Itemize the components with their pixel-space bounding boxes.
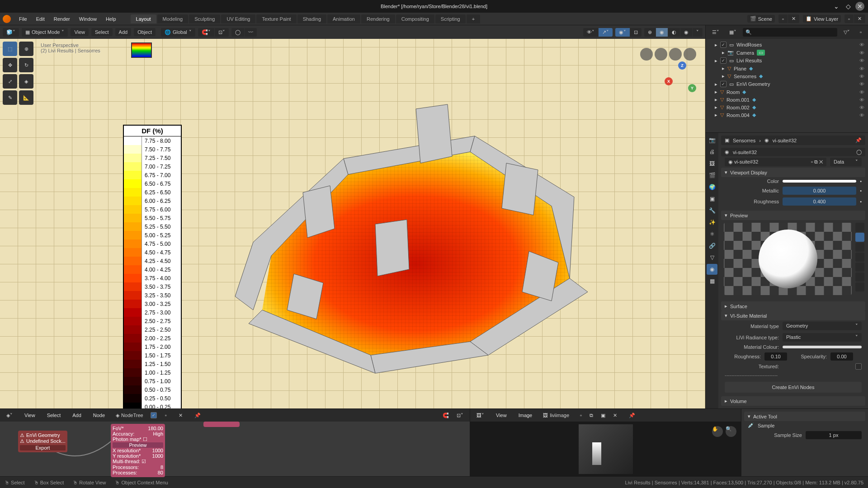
sample-size-field[interactable]: 1 px [806,431,862,439]
outliner-search-input[interactable]: 🔍 [743,28,837,37]
preview-sphere-btn-icon[interactable] [855,233,864,242]
node-editor-type-icon[interactable]: ◈˅ [3,411,16,420]
shading-matprev-icon[interactable]: ◐ [668,28,680,37]
preview-shader-icon[interactable] [855,263,864,272]
preview-flat-icon[interactable] [855,223,864,232]
menu-render[interactable]: Render [50,14,74,23]
tab-scripting[interactable]: Scripting [435,14,466,23]
collection-checkbox[interactable]: ✓ [720,57,726,64]
node-envi-geometry[interactable]: ⚠EnVi Geometry ⚠Undefined Sock... Export [18,431,67,452]
image-editor-type-icon[interactable]: 🖼˅ [473,411,488,420]
tab-rendering[interactable]: Rendering [361,14,395,23]
menu-help[interactable]: Help [102,14,120,23]
viewlayer-selector[interactable]: 📋 View Layer [803,15,841,23]
collection-checkbox[interactable]: ✓ [720,42,726,48]
outliner-item[interactable]: ▸ ✓ ▭ Livi Results👁 [708,56,866,65]
visibility-eye-icon[interactable]: 👁 [859,81,864,87]
ne-select[interactable]: Select [43,411,65,420]
outliner-item[interactable]: ▸ ▽ Room.001 ◆👁 [708,96,866,103]
section-surface[interactable]: ▸ Surface [721,301,865,311]
ne-add[interactable]: Add [69,411,85,420]
material-selector[interactable]: ◉ vi-suite#32▫ ⧉ ✕ [725,158,826,166]
nav-camera-icon[interactable] [669,48,682,61]
move-tool-icon[interactable]: ✥ [3,58,17,72]
tab-animation[interactable]: Animation [327,14,360,23]
visibility-eye-icon[interactable]: 👁 [859,42,864,47]
tab-texturepaint[interactable]: Texture Paint [256,14,296,23]
rotate-tool-icon[interactable]: ↻ [19,58,33,72]
outliner-item[interactable]: ▸ ▽ Room.002 ◆👁 [708,103,866,111]
nodetree-selector[interactable]: ◈NodeTree [113,412,146,419]
tab-layout[interactable]: Layout [131,14,156,23]
ie-del-icon[interactable]: ✕ [609,411,621,420]
new-collection-icon[interactable]: ▫ [856,28,865,36]
ie-copy-icon[interactable]: ⧉ [586,411,597,420]
menu-file[interactable]: File [15,14,31,23]
hdr-view[interactable]: View [71,28,89,36]
viewport-canvas[interactable]: ⬚⊕ ✥↻ ⤢◈ ✎📐 User Perspective (2) Livi Re… [0,39,705,408]
outliner-item[interactable]: ▸ ▽ Sensorres ◆👁 [708,72,866,80]
roughness2-field[interactable]: 0.10 [764,352,787,361]
material-type-dropdown[interactable]: Geometry˅ [783,322,862,330]
scene-new-icon[interactable]: ▫ [778,14,788,23]
outliner-type-icon[interactable]: ☰˅ [708,28,723,37]
tab-uvediting[interactable]: UV Editing [221,14,255,23]
hdr-add[interactable]: Add [115,28,132,36]
shading-dropdown-icon[interactable]: ˅ [693,28,703,37]
x-axis-icon[interactable]: X [665,77,673,85]
proptab-material-icon[interactable]: ◉ [707,264,717,275]
visibility-icon[interactable]: 👁˅ [583,28,598,37]
proptab-data-icon[interactable]: ▽ [707,252,717,263]
orientation-selector[interactable]: 🌐Global˅ [161,28,195,37]
section-preview[interactable]: ▾ Preview [721,211,865,220]
ie-fake-icon[interactable]: ▣ [597,411,609,420]
tab-shading[interactable]: Shading [297,14,326,23]
ne-node[interactable]: Node [90,411,108,420]
ne-del-icon[interactable]: ✕ [175,411,186,420]
proptab-viewlayer-icon[interactable]: 🖼 [707,158,717,169]
ne-snap2-icon[interactable]: ⊡˅ [453,411,467,420]
proptab-object-icon[interactable]: ▣ [707,193,717,204]
visibility-eye-icon[interactable]: 👁 [859,113,864,118]
y-axis-icon[interactable]: Y [688,84,696,92]
shading-solid-icon[interactable]: ◉ [656,28,668,37]
preview-fluid-icon[interactable] [855,282,864,291]
preview-hair-icon[interactable] [855,253,864,262]
ne-pin-icon[interactable]: 📌 [191,411,204,420]
image-canvas[interactable]: ✋ 🔍 [470,422,741,476]
proptab-constraints-icon[interactable]: 🔗 [707,240,717,251]
ie-new-icon[interactable]: ▫ [576,411,585,420]
z-axis-icon[interactable]: Z [678,61,686,70]
menu-window[interactable]: Window [75,14,100,23]
roughness-field[interactable]: 0.400 [783,197,856,206]
select-box-tool-icon[interactable]: ⬚ [3,42,17,56]
specularity-field[interactable]: 0.00 [830,352,853,361]
shading-render-icon[interactable]: ◉ [680,28,692,37]
proptab-output-icon[interactable]: 🖨 [707,146,717,157]
node-render-settings[interactable]: FoV*180.00 Accuracy:High Photon map* ☐ P… [111,424,165,477]
annotate-tool-icon[interactable]: ✎ [3,90,17,105]
pin-icon[interactable]: 📌 [855,137,862,143]
proptab-world-icon[interactable]: 🌍 [707,182,717,192]
proptab-modifiers-icon[interactable]: 🔧 [707,205,717,216]
cursor-tool-icon[interactable]: ⊕ [19,42,33,56]
node-preview-button[interactable]: Preview [113,442,163,448]
ie-image[interactable]: Image [515,411,536,420]
visibility-eye-icon[interactable]: 👁 [859,97,864,103]
nav-pan-icon[interactable] [655,48,667,61]
image-selector[interactable]: 🖼liviimage [540,412,572,419]
orientation-gizmo[interactable]: X Y Z [665,61,696,93]
gizmo-icon[interactable]: ↗˅ [599,28,613,37]
proptab-particles-icon[interactable]: ✨ [707,217,717,228]
ne-view[interactable]: View [21,411,39,420]
blender-logo-icon[interactable] [3,15,11,23]
proptab-scene-icon[interactable]: 🎬 [707,170,717,181]
ie-pin-icon[interactable]: 📌 [625,411,639,420]
snap-icon[interactable]: 🧲˅ [198,28,214,37]
nav-persp-icon[interactable] [684,48,696,61]
ne-new-icon[interactable]: ▫ [161,411,170,419]
section-viewport-display[interactable]: ▾ Viewport Display [721,168,865,177]
tab-compositing[interactable]: Compositing [396,14,434,23]
node-canvas[interactable]: ⚠EnVi Geometry ⚠Undefined Sock... Export… [0,422,470,476]
proptab-texture-icon[interactable]: ▦ [707,276,717,286]
